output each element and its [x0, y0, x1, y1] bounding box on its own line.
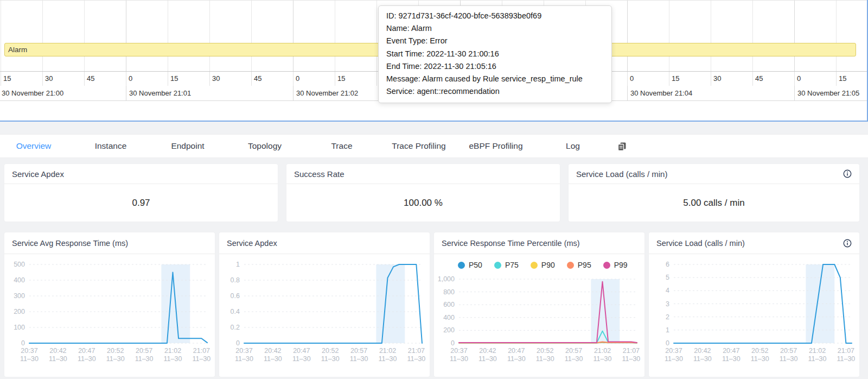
p99-label: P99	[614, 261, 628, 269]
svg-text:20:52: 20:52	[751, 347, 768, 355]
svg-text:20:57: 20:57	[350, 347, 367, 355]
timeline-tick-label: 0	[296, 74, 299, 83]
svg-text:1: 1	[666, 326, 669, 334]
charts-row: Service Avg Response Time (ms) 010020030…	[4, 232, 859, 377]
tab-ebpf-profiling[interactable]: eBPF Profiling	[457, 141, 534, 151]
svg-text:20:52: 20:52	[322, 347, 339, 355]
svg-text:1,000: 1,000	[438, 275, 455, 283]
service-apdex-chart-plot[interactable]: 00.20.40.60.8120:3711–3020:4211–3020:471…	[219, 254, 430, 377]
info-icon[interactable]	[843, 169, 852, 178]
service-apdex-chart-card: Service Apdex 00.20.40.60.8120:3711–3020…	[219, 232, 430, 377]
service-load-card: Service Load (calls / min) 5.00 calls / …	[569, 164, 859, 222]
p90-label: P90	[541, 261, 555, 269]
svg-text:200: 200	[443, 326, 455, 334]
svg-text:11–30: 11–30	[622, 355, 640, 363]
svg-text:11–30: 11–30	[665, 355, 683, 363]
svg-text:20:47: 20:47	[78, 347, 95, 355]
timeline-tick-label: 0	[129, 74, 132, 83]
svg-text:11–30: 11–30	[478, 355, 497, 363]
svg-text:300: 300	[14, 292, 25, 300]
tab-endpoint[interactable]: Endpoint	[149, 141, 226, 151]
service-load-card-value: 5.00 calls / min	[569, 184, 859, 222]
svg-text:11–30: 11–30	[192, 355, 210, 363]
svg-text:6: 6	[666, 261, 669, 268]
legend-item-p75[interactable]: P75	[494, 261, 519, 269]
legend-item-p50[interactable]: P50	[458, 261, 482, 269]
svg-text:21:02: 21:02	[379, 347, 396, 355]
timeline-tick-label: 30	[45, 74, 53, 83]
svg-text:20:37: 20:37	[21, 347, 37, 355]
svg-text:20:47: 20:47	[723, 347, 739, 355]
svg-text:0.8: 0.8	[231, 276, 240, 284]
svg-text:11–30: 11–30	[264, 355, 282, 363]
svg-text:0.4: 0.4	[231, 308, 240, 315]
svg-text:20:37: 20:37	[665, 347, 682, 355]
svg-text:11–30: 11–30	[565, 355, 583, 363]
percentile-legend: P50 P75 P90 P95 P99	[434, 257, 644, 273]
tooltip-message-line: Message: Alarm caused by Rule service_re…	[386, 73, 604, 85]
svg-text:5: 5	[666, 274, 669, 281]
svg-text:20:42: 20:42	[264, 347, 281, 355]
svg-text:11–30: 11–30	[693, 355, 712, 363]
svg-text:400: 400	[14, 276, 25, 284]
svg-text:0: 0	[666, 339, 669, 347]
tab-trace[interactable]: Trace	[303, 141, 380, 151]
legend-item-p99[interactable]: P99	[603, 261, 628, 269]
p90-dot	[531, 262, 538, 269]
avg-response-time-chart-plot[interactable]: 010020030040050020:3711–3020:4211–3020:4…	[4, 254, 215, 377]
legend-item-p90[interactable]: P90	[531, 261, 555, 269]
response-time-percentile-chart-card: Service Response Time Percentile (ms) P5…	[434, 232, 644, 377]
svg-text:11–30: 11–30	[837, 355, 855, 363]
svg-text:11–30: 11–30	[235, 355, 253, 363]
alarm-tooltip: ID: 9271d731-36cf-4200-bfce-563893be0f69…	[378, 5, 612, 103]
svg-text:20:57: 20:57	[136, 347, 152, 355]
service-apdex-card-value: 0.97	[4, 184, 278, 222]
p95-dot	[567, 262, 574, 269]
copy-icon[interactable]	[615, 139, 629, 153]
avg-response-time-chart-card: Service Avg Response Time (ms) 010020030…	[4, 232, 215, 377]
tab-trace-profiling[interactable]: Trace Profiling	[380, 141, 457, 151]
svg-text:11–30: 11–30	[49, 355, 67, 363]
timeline-tick-label: 30	[713, 74, 721, 83]
timeline-tick-label: 15	[839, 74, 846, 83]
svg-text:1: 1	[236, 261, 240, 268]
p75-dot	[494, 262, 501, 269]
svg-text:21:02: 21:02	[809, 347, 826, 355]
svg-text:3: 3	[666, 300, 669, 308]
service-load-chart-plot[interactable]: 012345620:3711–3020:4211–3020:4711–3020:…	[649, 254, 859, 377]
response-time-percentile-chart-plot[interactable]: 02004006008001,00020:3711–3020:4211–3020…	[434, 273, 644, 377]
service-apdex-chart-title: Service Apdex	[227, 239, 277, 248]
legend-item-p95[interactable]: P95	[567, 261, 591, 269]
service-apdex-card-title: Service Apdex	[12, 169, 64, 179]
service-tabs-bar: Overview Instance Endpoint Topology Trac…	[0, 134, 868, 158]
svg-text:11–30: 11–30	[751, 355, 769, 363]
tab-topology[interactable]: Topology	[226, 141, 303, 151]
timeline-tick-label: 0	[797, 74, 801, 83]
svg-text:11–30: 11–30	[407, 355, 425, 363]
svg-text:600: 600	[443, 301, 455, 308]
svg-text:21:07: 21:07	[408, 347, 425, 355]
svg-text:20:52: 20:52	[537, 347, 553, 355]
metric-cards-row: Service Apdex 0.97 Success Rate 100.00 %…	[4, 164, 859, 222]
svg-text:20:42: 20:42	[49, 347, 66, 355]
tab-overview[interactable]: Overview	[0, 141, 72, 151]
svg-text:11–30: 11–30	[135, 355, 154, 363]
p50-label: P50	[469, 261, 482, 269]
success-rate-card: Success Rate 100.00 %	[286, 164, 560, 222]
svg-text:11–30: 11–30	[536, 355, 554, 363]
tab-instance[interactable]: Instance	[72, 141, 149, 151]
avg-response-time-chart-title: Service Avg Response Time (ms)	[12, 239, 128, 248]
tab-log[interactable]: Log	[534, 141, 611, 151]
info-icon[interactable]	[843, 239, 852, 248]
timeline-tick-label: 30	[212, 74, 220, 83]
timeline-date-label: 30 November 21:04	[630, 89, 692, 97]
timeline-date-label: 30 November 21:02	[296, 89, 358, 97]
svg-text:11–30: 11–30	[507, 355, 526, 363]
timeline-date-label: 30 November 21:01	[129, 89, 191, 97]
timeline-date-label: 30 November 21:00	[2, 89, 63, 97]
timeline-tick-label: 15	[337, 74, 345, 83]
svg-text:100: 100	[14, 324, 25, 331]
svg-text:11–30: 11–30	[20, 355, 39, 363]
svg-text:11–30: 11–30	[292, 355, 311, 363]
svg-text:2: 2	[666, 313, 669, 321]
